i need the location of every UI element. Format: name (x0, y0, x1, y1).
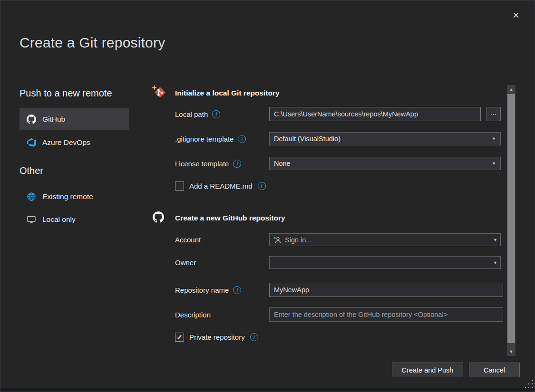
scrollbar-thumb[interactable] (507, 94, 515, 343)
github-icon (153, 211, 166, 225)
description-label: Description (175, 311, 211, 319)
chevron-down-icon: ▼ (492, 136, 496, 141)
scroll-down-icon[interactable]: ▼ (507, 347, 516, 356)
github-icon (27, 115, 36, 124)
sidebar-item-label: Azure DevOps (42, 138, 90, 147)
gitignore-template-dropdown[interactable]: Default (VisualStudio) ▼ (269, 132, 501, 145)
license-template-value: None (274, 160, 291, 167)
readme-label: Add a README.md (189, 182, 253, 190)
init-section-heading: Initialize a local Git repository (175, 89, 280, 97)
info-icon[interactable]: i (233, 286, 241, 294)
cancel-button[interactable]: Cancel (469, 363, 520, 377)
license-template-label: License template (175, 160, 229, 168)
private-repository-checkbox[interactable]: ✓ (175, 333, 184, 342)
private-repository-label: Private repository (189, 333, 245, 341)
account-value: Sign in... (285, 236, 311, 244)
resize-grip[interactable] (522, 378, 533, 388)
sidebar-item-local-only[interactable]: Local only (19, 209, 129, 230)
sidebar-item-azure-devops[interactable]: Azure DevOps (19, 132, 129, 153)
create-git-repository-dialog: × Create a Git repository Push to a new … (0, 0, 535, 392)
repository-name-input[interactable] (269, 283, 503, 297)
computer-icon (27, 215, 36, 224)
github-section-heading: Create a new GitHub repository (175, 214, 285, 222)
account-combo[interactable]: Sign in... ▼ (269, 233, 501, 246)
gitignore-template-value: Default (VisualStudio) (274, 135, 340, 143)
push-remote-heading: Push to a new remote (19, 88, 112, 99)
close-icon: × (513, 9, 519, 22)
gitignore-template-label: .gitignore template (175, 135, 233, 143)
chevron-down-icon: ▼ (492, 161, 496, 166)
dialog-title: Create a Git repository (19, 35, 165, 51)
check-icon: ✓ (176, 334, 183, 341)
owner-combo[interactable]: ▼ (269, 256, 501, 269)
info-icon[interactable]: i (250, 333, 258, 341)
owner-label: Owner (175, 258, 196, 267)
chevron-down-icon: ▼ (490, 234, 500, 246)
local-path-label: Local path (175, 110, 208, 118)
sidebar-item-github[interactable]: GitHub (19, 108, 129, 130)
git-init-icon (154, 86, 167, 99)
azure-devops-icon (27, 138, 36, 147)
readme-checkbox[interactable] (175, 182, 184, 191)
sidebar-item-existing-remote[interactable]: Existing remote (19, 186, 129, 207)
other-heading: Other (19, 165, 43, 176)
account-label: Account (175, 236, 201, 244)
description-input[interactable] (269, 307, 503, 322)
info-icon[interactable]: i (233, 160, 241, 168)
scrollbar[interactable]: ▲ ▼ (507, 85, 516, 356)
sidebar-item-label: GitHub (42, 115, 65, 124)
local-path-input[interactable] (269, 107, 481, 121)
chevron-down-icon: ▼ (490, 257, 500, 268)
sparkle-icon (152, 84, 157, 92)
info-icon[interactable]: i (258, 182, 266, 190)
window-bottom-edge (0, 388, 535, 392)
sidebar-item-label: Existing remote (42, 192, 93, 201)
close-button[interactable]: × (508, 7, 524, 23)
sidebar-item-label: Local only (42, 215, 76, 224)
scroll-up-icon[interactable]: ▲ (507, 85, 516, 94)
repository-name-label: Repository name (175, 286, 229, 294)
browse-button[interactable]: ... (486, 107, 501, 121)
sign-in-icon (273, 236, 281, 244)
info-icon[interactable]: i (212, 110, 220, 118)
globe-icon (27, 192, 36, 201)
info-icon[interactable]: i (238, 135, 246, 143)
create-and-push-button[interactable]: Create and Push (392, 363, 463, 377)
license-template-dropdown[interactable]: None ▼ (269, 157, 501, 170)
